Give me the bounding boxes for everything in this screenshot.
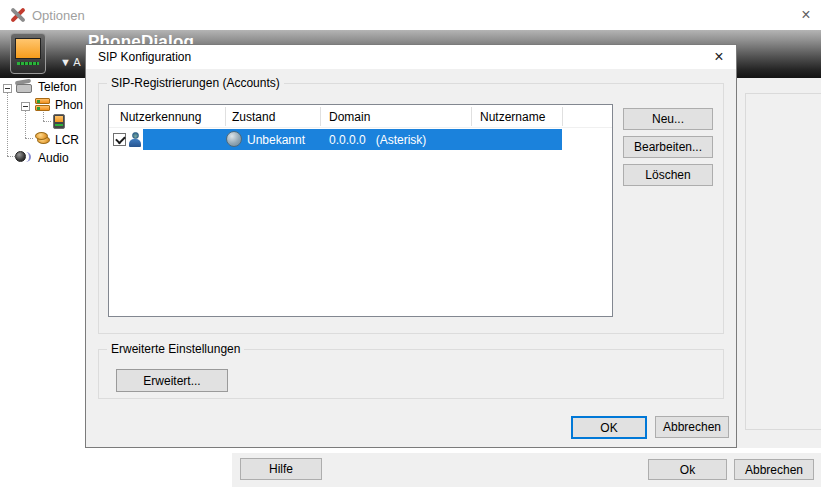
sip-konfiguration-dialog: SIP Konfiguration × SIP-Registrierungen … [85, 44, 737, 448]
dialog-titlebar[interactable]: SIP Konfiguration × [86, 45, 736, 69]
bearbeiten-button[interactable]: Bearbeiten... [623, 136, 713, 158]
lcr-coins-icon [35, 132, 51, 145]
tree-connector [25, 138, 33, 139]
phonedialog-node-icon [35, 98, 51, 112]
accounts-group-label: SIP-Registrierungen (Accounts) [107, 76, 284, 90]
col-domain[interactable]: Domain [329, 110, 370, 124]
status-sphere-icon [226, 131, 242, 147]
advanced-group-label: Erweiterte Einstellungen [107, 342, 244, 356]
tree-item-lcr[interactable]: LCR [55, 133, 79, 147]
dialog-close-icon[interactable]: × [706, 46, 732, 68]
optionen-window: Optionen × PhoneDialog ▼ A Telefon Phon [0, 0, 821, 487]
col-zustand[interactable]: Zustand [232, 110, 275, 124]
footer-abbrechen-button[interactable]: Abbrechen [734, 459, 814, 480]
tree-item-telefon[interactable]: Telefon [38, 80, 77, 94]
cell-domain: 0.0.0.0 (Asterisk) [329, 133, 426, 147]
window-title: Optionen [32, 8, 85, 23]
header-dropdown[interactable]: ▼ A [60, 56, 81, 68]
tree-connector [25, 110, 26, 138]
window-close-icon[interactable]: × [795, 4, 817, 26]
column-divider[interactable] [562, 107, 563, 126]
col-nutzername[interactable]: Nutzername [480, 110, 545, 124]
telephone-icon [15, 80, 33, 93]
erweitert-button[interactable]: Erweitert... [116, 369, 228, 392]
sip-device-icon [53, 114, 65, 129]
tree-item-audio[interactable]: Audio [38, 151, 69, 165]
loeschen-button[interactable]: Löschen [623, 164, 713, 186]
account-person-icon [128, 132, 142, 147]
account-checkbox[interactable] [113, 133, 126, 146]
audio-speaker-icon [15, 149, 31, 164]
dialog-ok-button[interactable]: OK [571, 416, 647, 439]
cell-zustand: Unbekannt [247, 133, 305, 147]
tree-connector [7, 93, 8, 156]
tree-connector [7, 156, 15, 157]
footer-ok-button[interactable]: Ok [648, 459, 727, 480]
column-divider[interactable] [225, 107, 226, 126]
col-nutzerkennung[interactable]: Nutzerkennung [120, 110, 201, 124]
account-row-selected[interactable]: Unbekannt 0.0.0.0 (Asterisk) [109, 129, 612, 150]
neu-button[interactable]: Neu... [623, 108, 713, 130]
sip-accounts-list[interactable]: Nutzerkennung Zustand Domain Nutzername … [108, 104, 613, 317]
parent-groupbox [745, 93, 821, 430]
tree-connector [43, 121, 51, 122]
tree-expander-icon[interactable] [3, 84, 12, 93]
tools-icon [8, 6, 26, 24]
hilfe-button[interactable]: Hilfe [240, 458, 322, 480]
window-titlebar: Optionen × [0, 0, 821, 30]
phonedialog-logo-icon [10, 33, 46, 74]
column-divider[interactable] [320, 107, 321, 126]
tree-expander-icon[interactable] [21, 102, 30, 111]
dialog-title: SIP Konfiguration [98, 50, 191, 64]
column-divider[interactable] [471, 107, 472, 126]
list-header: Nutzerkennung Zustand Domain Nutzername [109, 105, 612, 128]
dialog-abbrechen-button[interactable]: Abbrechen [655, 416, 729, 438]
tree-item-phon[interactable]: Phon [55, 98, 83, 112]
